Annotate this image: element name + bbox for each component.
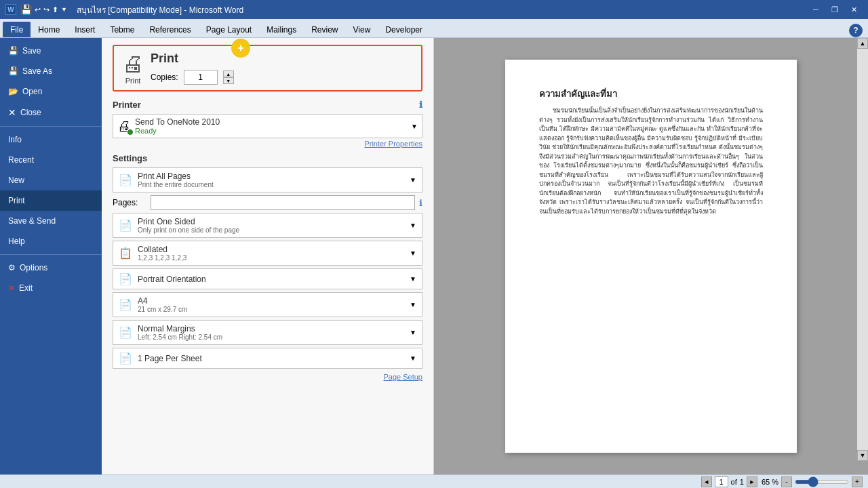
close-button[interactable]: ✕ xyxy=(845,3,863,16)
printer-select[interactable]: 🖨 Send To OneNote 2010 Ready ▼ xyxy=(113,114,422,138)
pages-per-sheet-dropdown[interactable]: 📄 1 Page Per Sheet ▼ xyxy=(113,348,422,369)
tab-mailings[interactable]: Mailings xyxy=(259,22,304,37)
print-sides-arrow: ▼ xyxy=(410,222,416,229)
orientation-dropdown[interactable]: 📄 Portrait Orientation ▼ xyxy=(113,268,422,289)
paper-dropdown[interactable]: 📄 A4 21 cm x 29.7 cm ▼ xyxy=(113,292,422,317)
copies-input[interactable] xyxy=(184,70,218,85)
copies-decrement[interactable]: ▼ xyxy=(223,77,234,84)
sidebar-item-help[interactable]: Help xyxy=(0,231,102,251)
sidebar-item-new[interactable]: New xyxy=(0,170,102,190)
tab-review[interactable]: Review xyxy=(304,22,345,37)
pages-per-sheet-icon: 📄 xyxy=(119,352,134,365)
print-pages-dropdown[interactable]: 📄 Print All Pages Print the entire docum… xyxy=(113,167,422,192)
sidebar-item-save[interactable]: 💾 Save xyxy=(0,41,102,61)
collated-dropdown[interactable]: 📋 Collated 1,2,3 1,2,3 1,2,3 ▼ xyxy=(113,241,422,266)
printer-info-icon[interactable]: ℹ xyxy=(419,100,422,110)
printer-status: Ready xyxy=(135,127,220,135)
zoom-level: 65 % xyxy=(762,478,778,486)
print-pages-label: Print All Pages xyxy=(138,171,214,181)
tab-references[interactable]: References xyxy=(142,22,198,37)
document-body: ชมรมนักเรียนนั้นเป็นสิ่งจำเป็นอย่างยิ่งใ… xyxy=(539,106,763,216)
close-icon: ✕ xyxy=(8,107,16,118)
document-preview: ความสำคัญและที่มา ชมรมนักเรียนนั้นเป็นสิ… xyxy=(505,60,797,453)
margins-label: Normal Margins xyxy=(138,324,222,333)
sidebar-item-open[interactable]: 📂 Open xyxy=(0,81,102,102)
help-icon[interactable]: ? xyxy=(849,24,863,37)
scroll-up-button[interactable]: ▲ xyxy=(857,38,868,49)
tab-file[interactable]: File xyxy=(3,22,31,37)
paper-label: A4 xyxy=(138,296,187,306)
sidebar-item-save-send[interactable]: Save & Send xyxy=(0,211,102,231)
sidebar-item-close[interactable]: ✕ Close xyxy=(0,102,102,123)
print-sides-dropdown[interactable]: 📄 Print One Sided Only print on one side… xyxy=(113,213,422,238)
sidebar-item-print[interactable]: Print xyxy=(0,190,102,211)
sidebar-item-recent[interactable]: Recent xyxy=(0,150,102,170)
tab-view[interactable]: View xyxy=(346,22,378,37)
settings-section-label: Settings xyxy=(113,153,422,163)
options-icon: ⚙ xyxy=(8,263,16,272)
page-navigation: ◄ 1 of 1 ► xyxy=(701,476,757,487)
zoom-in-button[interactable]: + xyxy=(852,476,863,487)
preview-panel: ▲ ▼ ความสำคัญและที่มา ชมรมนักเรียนนั้นเป… xyxy=(434,38,868,474)
paper-icon: 📄 xyxy=(119,298,134,311)
next-page-button[interactable]: ► xyxy=(747,476,757,487)
margins-sublabel: Left: 2.54 cm Right: 2.54 cm xyxy=(138,333,222,341)
open-icon: 📂 xyxy=(8,87,18,96)
quick-save-btn[interactable]: 💾 xyxy=(20,4,32,15)
sidebar-item-exit[interactable]: ✕ Exit xyxy=(0,278,102,298)
save-icon: 💾 xyxy=(8,46,18,56)
orientation-arrow: ▼ xyxy=(410,275,416,283)
print-sides-label: Print One Sided xyxy=(138,217,239,226)
margins-icon: 📄 xyxy=(119,326,134,339)
sidebar-item-options[interactable]: ⚙ Options xyxy=(0,258,102,278)
copies-increment[interactable]: ▲ xyxy=(223,70,234,77)
print-button-label[interactable]: Print xyxy=(125,77,141,85)
print-title: Print xyxy=(151,52,413,66)
tab-home[interactable]: Home xyxy=(31,22,67,37)
pages-input[interactable] xyxy=(151,195,415,210)
prev-page-button[interactable]: ◄ xyxy=(701,476,712,487)
quick-up-btn[interactable]: ⬆ xyxy=(52,5,58,14)
scroll-down-button[interactable]: ▼ xyxy=(857,450,868,461)
print-header-box: 🖨 Print Print Copies: ▲ ▼ xyxy=(113,45,422,92)
exit-icon: ✕ xyxy=(8,283,15,293)
pages-label: Pages: xyxy=(113,198,146,207)
quick-redo-btn[interactable]: ↪ xyxy=(43,5,50,14)
restore-button[interactable]: ❐ xyxy=(826,3,844,16)
collated-sublabel: 1,2,3 1,2,3 1,2,3 xyxy=(138,254,186,262)
ribbon-tabs: File Home Insert Tebme References Page L… xyxy=(0,19,868,38)
page-setup-link[interactable]: Page Setup xyxy=(113,373,422,381)
zoom-controls: 65 % - + xyxy=(762,476,863,487)
zoom-out-button[interactable]: - xyxy=(781,476,792,487)
title-bar: W 💾 ↩ ↪ ⬆ ▼ สบุนไหร [Compatibility Mode]… xyxy=(0,0,868,19)
app-icon: W xyxy=(5,4,16,15)
sidebar-item-info[interactable]: Info xyxy=(0,129,102,150)
scrollbar[interactable] xyxy=(857,49,868,450)
minimize-button[interactable]: ─ xyxy=(807,3,825,16)
quick-undo-btn[interactable]: ↩ xyxy=(35,5,41,14)
tab-insert[interactable]: Insert xyxy=(67,22,102,37)
tab-page-layout[interactable]: Page Layout xyxy=(199,22,259,37)
printer-properties-link[interactable]: Printer Properties xyxy=(113,140,422,148)
pages-info-icon[interactable]: ℹ xyxy=(419,198,422,208)
orientation-icon: 📄 xyxy=(119,272,134,285)
quick-dropdown-btn[interactable]: ▼ xyxy=(61,6,67,13)
current-page: 1 xyxy=(715,476,728,487)
margins-dropdown[interactable]: 📄 Normal Margins Left: 2.54 cm Right: 2.… xyxy=(113,320,422,345)
collated-arrow: ▼ xyxy=(410,249,416,257)
tab-developer[interactable]: Developer xyxy=(378,22,430,37)
total-pages: 1 xyxy=(740,478,744,486)
print-icon: 🖨 xyxy=(122,52,144,77)
print-panel: 🖨 Print Print Copies: ▲ ▼ xyxy=(102,38,434,474)
zoom-slider[interactable] xyxy=(795,480,849,484)
paper-arrow: ▼ xyxy=(410,301,416,308)
title-text: สบุนไหร [Compatibility Mode] - Microsoft… xyxy=(77,3,243,16)
save-as-icon: 💾 xyxy=(8,66,18,76)
collated-icon: 📋 xyxy=(119,247,134,260)
collated-label: Collated xyxy=(138,245,186,254)
printer-section-label: Printer ℹ xyxy=(113,100,422,110)
margins-arrow: ▼ xyxy=(410,329,416,336)
tab-tebme[interactable]: Tebme xyxy=(102,22,142,37)
orientation-label: Portrait Orientation xyxy=(138,274,206,284)
sidebar-item-save-as[interactable]: 💾 Save As xyxy=(0,61,102,81)
